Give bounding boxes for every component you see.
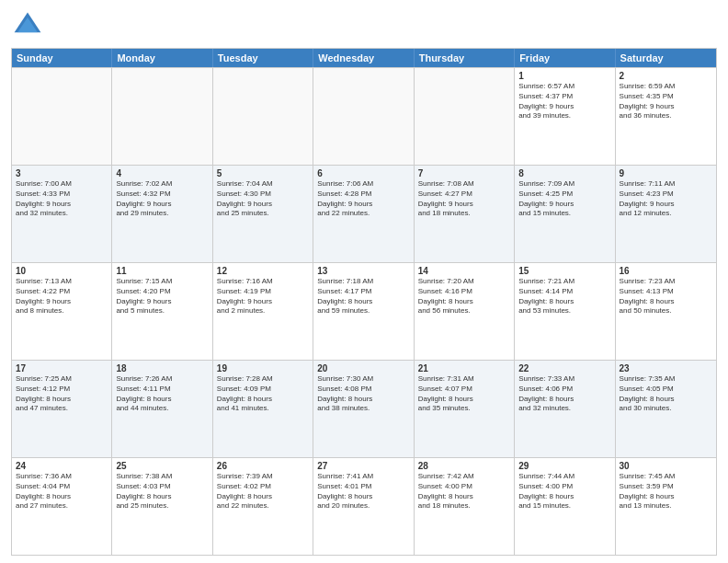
calendar-cell: 20Sunrise: 7:30 AM Sunset: 4:08 PM Dayli… — [313, 361, 414, 457]
day-number: 19 — [217, 363, 309, 373]
calendar-row: 17Sunrise: 7:25 AM Sunset: 4:12 PM Dayli… — [12, 360, 716, 457]
day-info: Sunrise: 7:08 AM Sunset: 4:27 PM Dayligh… — [418, 179, 510, 219]
calendar-cell: 7Sunrise: 7:08 AM Sunset: 4:27 PM Daylig… — [415, 166, 515, 262]
day-number: 4 — [116, 168, 208, 178]
calendar-cell — [415, 68, 515, 165]
calendar-cell: 18Sunrise: 7:26 AM Sunset: 4:11 PM Dayli… — [112, 361, 212, 457]
day-info: Sunrise: 7:28 AM Sunset: 4:09 PM Dayligh… — [217, 374, 309, 414]
calendar-cell: 24Sunrise: 7:36 AM Sunset: 4:04 PM Dayli… — [12, 458, 112, 555]
day-number: 9 — [620, 168, 712, 178]
calendar-cell: 30Sunrise: 7:45 AM Sunset: 3:59 PM Dayli… — [616, 458, 716, 555]
calendar-cell: 4Sunrise: 7:02 AM Sunset: 4:32 PM Daylig… — [112, 166, 212, 262]
day-info: Sunrise: 7:23 AM Sunset: 4:13 PM Dayligh… — [620, 277, 712, 316]
calendar-header: SundayMondayTuesdayWednesdayThursdayFrid… — [12, 49, 716, 67]
day-info: Sunrise: 7:16 AM Sunset: 4:19 PM Dayligh… — [217, 277, 309, 316]
day-info: Sunrise: 7:35 AM Sunset: 4:05 PM Dayligh… — [620, 374, 712, 414]
day-number: 1 — [518, 71, 610, 81]
day-info: Sunrise: 7:39 AM Sunset: 4:02 PM Dayligh… — [217, 472, 309, 511]
page: SundayMondayTuesdayWednesdayThursdayFrid… — [0, 0, 728, 563]
calendar: SundayMondayTuesdayWednesdayThursdayFrid… — [11, 48, 717, 556]
calendar-body: 1Sunrise: 6:57 AM Sunset: 4:37 PM Daylig… — [12, 67, 716, 555]
day-info: Sunrise: 7:09 AM Sunset: 4:25 PM Dayligh… — [518, 179, 610, 219]
day-info: Sunrise: 7:00 AM Sunset: 4:33 PM Dayligh… — [16, 179, 108, 219]
day-info: Sunrise: 7:26 AM Sunset: 4:11 PM Dayligh… — [116, 374, 208, 414]
day-info: Sunrise: 7:45 AM Sunset: 3:59 PM Dayligh… — [620, 472, 712, 511]
day-info: Sunrise: 7:36 AM Sunset: 4:04 PM Dayligh… — [16, 472, 108, 511]
day-number: 12 — [217, 266, 309, 276]
logo-icon — [11, 9, 44, 42]
day-number: 8 — [518, 168, 610, 178]
calendar-row: 10Sunrise: 7:13 AM Sunset: 4:22 PM Dayli… — [12, 262, 716, 360]
calendar-cell: 23Sunrise: 7:35 AM Sunset: 4:05 PM Dayli… — [616, 361, 716, 457]
calendar-cell: 1Sunrise: 6:57 AM Sunset: 4:37 PM Daylig… — [515, 68, 615, 165]
day-info: Sunrise: 7:38 AM Sunset: 4:03 PM Dayligh… — [116, 472, 208, 511]
day-number: 22 — [518, 363, 610, 373]
calendar-cell: 8Sunrise: 7:09 AM Sunset: 4:25 PM Daylig… — [515, 166, 615, 262]
header — [11, 9, 717, 42]
calendar-cell: 17Sunrise: 7:25 AM Sunset: 4:12 PM Dayli… — [12, 361, 112, 457]
calendar-cell: 10Sunrise: 7:13 AM Sunset: 4:22 PM Dayli… — [12, 263, 112, 360]
day-info: Sunrise: 6:57 AM Sunset: 4:37 PM Dayligh… — [518, 82, 610, 121]
calendar-cell — [313, 68, 414, 165]
calendar-cell: 28Sunrise: 7:42 AM Sunset: 4:00 PM Dayli… — [415, 458, 515, 555]
day-number: 17 — [16, 363, 108, 373]
calendar-cell: 29Sunrise: 7:44 AM Sunset: 4:00 PM Dayli… — [515, 458, 615, 555]
day-number: 11 — [116, 266, 208, 276]
calendar-cell: 25Sunrise: 7:38 AM Sunset: 4:03 PM Dayli… — [112, 458, 212, 555]
day-number: 20 — [317, 363, 409, 373]
day-info: Sunrise: 7:13 AM Sunset: 4:22 PM Dayligh… — [16, 277, 108, 316]
calendar-header-cell: Friday — [515, 49, 615, 67]
day-number: 14 — [418, 266, 510, 276]
day-info: Sunrise: 7:30 AM Sunset: 4:08 PM Dayligh… — [317, 374, 409, 414]
day-info: Sunrise: 7:25 AM Sunset: 4:12 PM Dayligh… — [16, 374, 108, 414]
day-info: Sunrise: 7:21 AM Sunset: 4:14 PM Dayligh… — [518, 277, 610, 316]
calendar-header-cell: Sunday — [12, 49, 112, 67]
day-number: 27 — [317, 461, 409, 471]
calendar-cell: 9Sunrise: 7:11 AM Sunset: 4:23 PM Daylig… — [616, 166, 716, 262]
day-number: 29 — [518, 461, 610, 471]
day-info: Sunrise: 7:18 AM Sunset: 4:17 PM Dayligh… — [317, 277, 409, 316]
calendar-cell: 12Sunrise: 7:16 AM Sunset: 4:19 PM Dayli… — [213, 263, 313, 360]
calendar-cell: 21Sunrise: 7:31 AM Sunset: 4:07 PM Dayli… — [415, 361, 515, 457]
day-info: Sunrise: 7:15 AM Sunset: 4:20 PM Dayligh… — [116, 277, 208, 316]
calendar-header-cell: Monday — [112, 49, 212, 67]
calendar-header-cell: Tuesday — [213, 49, 313, 67]
calendar-cell: 2Sunrise: 6:59 AM Sunset: 4:35 PM Daylig… — [616, 68, 716, 165]
day-number: 5 — [217, 168, 309, 178]
calendar-cell: 19Sunrise: 7:28 AM Sunset: 4:09 PM Dayli… — [213, 361, 313, 457]
day-number: 7 — [418, 168, 510, 178]
day-info: Sunrise: 7:41 AM Sunset: 4:01 PM Dayligh… — [317, 472, 409, 511]
calendar-header-cell: Thursday — [415, 49, 515, 67]
day-info: Sunrise: 6:59 AM Sunset: 4:35 PM Dayligh… — [620, 82, 712, 121]
calendar-header-cell: Saturday — [616, 49, 716, 67]
logo — [11, 9, 48, 42]
calendar-cell: 13Sunrise: 7:18 AM Sunset: 4:17 PM Dayli… — [313, 263, 414, 360]
calendar-cell: 26Sunrise: 7:39 AM Sunset: 4:02 PM Dayli… — [213, 458, 313, 555]
day-number: 25 — [116, 461, 208, 471]
calendar-cell: 14Sunrise: 7:20 AM Sunset: 4:16 PM Dayli… — [415, 263, 515, 360]
calendar-row: 24Sunrise: 7:36 AM Sunset: 4:04 PM Dayli… — [12, 457, 716, 555]
day-number: 16 — [620, 266, 712, 276]
day-number: 2 — [620, 71, 712, 81]
calendar-cell — [213, 68, 313, 165]
calendar-row: 1Sunrise: 6:57 AM Sunset: 4:37 PM Daylig… — [12, 67, 716, 165]
day-info: Sunrise: 7:04 AM Sunset: 4:30 PM Dayligh… — [217, 179, 309, 219]
day-number: 30 — [620, 461, 712, 471]
day-number: 24 — [16, 461, 108, 471]
day-number: 18 — [116, 363, 208, 373]
day-number: 6 — [317, 168, 409, 178]
calendar-cell: 3Sunrise: 7:00 AM Sunset: 4:33 PM Daylig… — [12, 166, 112, 262]
day-number: 3 — [16, 168, 108, 178]
day-info: Sunrise: 7:06 AM Sunset: 4:28 PM Dayligh… — [317, 179, 409, 219]
calendar-cell: 5Sunrise: 7:04 AM Sunset: 4:30 PM Daylig… — [213, 166, 313, 262]
day-info: Sunrise: 7:33 AM Sunset: 4:06 PM Dayligh… — [518, 374, 610, 414]
calendar-cell — [12, 68, 112, 165]
day-info: Sunrise: 7:11 AM Sunset: 4:23 PM Dayligh… — [620, 179, 712, 219]
day-info: Sunrise: 7:20 AM Sunset: 4:16 PM Dayligh… — [418, 277, 510, 316]
calendar-cell — [112, 68, 212, 165]
calendar-row: 3Sunrise: 7:00 AM Sunset: 4:33 PM Daylig… — [12, 165, 716, 262]
calendar-cell: 27Sunrise: 7:41 AM Sunset: 4:01 PM Dayli… — [313, 458, 414, 555]
day-info: Sunrise: 7:02 AM Sunset: 4:32 PM Dayligh… — [116, 179, 208, 219]
day-number: 10 — [16, 266, 108, 276]
day-number: 13 — [317, 266, 409, 276]
